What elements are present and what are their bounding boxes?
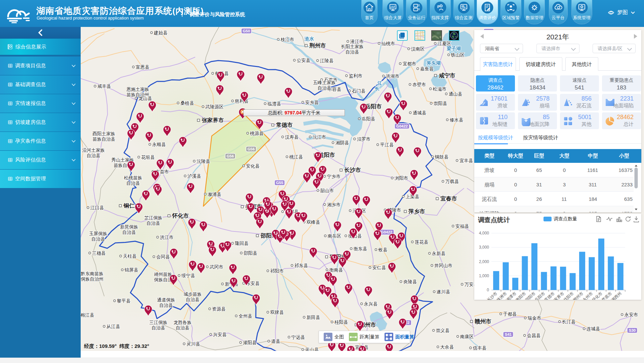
svg-text:井冈山市: 井冈山市 [434, 263, 452, 268]
svg-text:自治县: 自治县 [91, 237, 105, 242]
svg-text:自治县: 自治县 [152, 325, 165, 330]
svg-text:公安县: 公安县 [297, 58, 311, 63]
svg-text:自治县: 自治县 [126, 181, 140, 186]
svg-text:锦屏县: 锦屏县 [124, 267, 138, 273]
svg-text:荆州市: 荆州市 [309, 42, 326, 48]
svg-text:湘阴县: 湘阴县 [335, 140, 349, 145]
svg-text:张家界市: 张家界市 [202, 117, 224, 123]
svg-text:宜春市: 宜春市 [440, 195, 457, 202]
svg-text:2,000: 2,000 [479, 259, 489, 264]
svg-text:G0422: G0422 [396, 124, 408, 128]
svg-text:湘乡市: 湘乡市 [327, 202, 341, 207]
svg-text:全州县: 全州县 [239, 314, 252, 319]
svg-text:双牌县: 双牌县 [270, 310, 284, 315]
svg-text:信丰县: 信丰县 [473, 346, 487, 351]
svg-text:恩施土家族: 恩施土家族 [126, 87, 149, 92]
svg-text:洪湖市: 洪湖市 [386, 74, 400, 79]
svg-text:临澧县: 临澧县 [268, 101, 281, 106]
svg-text:榕江县: 榕江县 [81, 313, 94, 318]
svg-text:芷江侗族: 芷江侗族 [144, 215, 162, 220]
svg-text:咸丰县: 咸丰县 [97, 84, 111, 89]
svg-text:永顺县: 永顺县 [152, 142, 166, 147]
svg-text:宁乡市: 宁乡市 [327, 174, 341, 179]
svg-text:邵阳县: 邵阳县 [244, 251, 257, 256]
svg-text:遂川县: 遂川县 [437, 289, 450, 294]
svg-text:枝江市: 枝江市 [281, 37, 294, 42]
svg-text:平江县: 平江县 [380, 142, 394, 147]
svg-text:苗族自治县: 苗族自治县 [92, 137, 115, 142]
svg-text:三穗县: 三穗县 [92, 251, 106, 256]
svg-text:桑植县: 桑植县 [180, 101, 194, 106]
svg-text:靖州苗族: 靖州苗族 [154, 272, 172, 277]
svg-text:常德市: 常德市 [276, 122, 293, 128]
svg-text:永兴县: 永兴县 [364, 301, 378, 306]
svg-text:3,000: 3,000 [479, 245, 489, 250]
svg-text:铜仁: 铜仁 [123, 203, 135, 209]
svg-text:南岳区: 南岳区 [328, 233, 341, 239]
svg-text:祁东县: 祁东县 [294, 263, 308, 268]
svg-text:双峰县: 双峰县 [307, 220, 320, 225]
svg-text:赤壁市: 赤壁市 [412, 82, 426, 87]
svg-text:炎陵县: 炎陵县 [403, 279, 417, 284]
svg-text:宜都市: 宜都市 [403, 61, 416, 66]
svg-text:汉寿县: 汉寿县 [285, 135, 299, 140]
svg-text:长阳土家族: 长阳土家族 [341, 44, 364, 49]
svg-text:黎平县: 黎平县 [117, 298, 131, 303]
svg-text:莲花县: 莲花县 [415, 240, 429, 245]
svg-text:汉南区: 汉南区 [411, 46, 425, 51]
svg-text:蓝山县: 蓝山县 [305, 347, 319, 351]
svg-text:玉屏侗族: 玉屏侗族 [89, 231, 107, 236]
svg-text:宜丰县: 宜丰县 [459, 158, 473, 163]
svg-text:泸溪县: 泸溪县 [188, 174, 201, 179]
svg-text:于都县: 于都县 [503, 312, 517, 317]
svg-text:洈水: 洈水 [304, 36, 314, 41]
svg-text:崇阳县: 崇阳县 [434, 101, 447, 106]
svg-text:自治县: 自治县 [159, 303, 173, 308]
svg-text:酉阳土家族: 酉阳土家族 [92, 131, 115, 136]
svg-text:瑞金市: 瑞金市 [527, 316, 541, 321]
svg-text:兴安县: 兴安县 [213, 332, 227, 337]
svg-text:G0422: G0422 [381, 230, 393, 234]
svg-text:仙桃市: 仙桃市 [381, 41, 395, 46]
svg-text:武陵源区: 武陵源区 [205, 104, 224, 109]
svg-text:S41: S41 [505, 332, 512, 336]
svg-text:铁山区: 铁山区 [451, 52, 465, 58]
svg-text:资源县: 资源县 [212, 306, 226, 312]
svg-text:攸县: 攸县 [378, 247, 388, 252]
svg-text:三江侗族: 三江侗族 [149, 320, 167, 325]
svg-text:赣州市: 赣州市 [474, 318, 491, 324]
svg-text:南康区: 南康区 [460, 334, 474, 339]
svg-text:龙胜各族: 龙胜各族 [173, 320, 192, 325]
svg-text:会昌县: 会昌县 [527, 333, 541, 338]
svg-text:通城县: 通城县 [413, 110, 427, 115]
svg-text:崇义县: 崇义县 [436, 328, 450, 333]
svg-text:自治县: 自治县 [346, 49, 359, 55]
svg-text:桃源县: 桃源县 [250, 131, 264, 136]
svg-text:岳阳县: 岳阳县 [362, 116, 375, 121]
svg-text:江陵县: 江陵县 [320, 58, 334, 63]
svg-text:江: 江 [377, 80, 382, 86]
svg-text:溆浦县: 溆浦县 [208, 192, 222, 197]
svg-text:S30: S30 [629, 328, 636, 332]
svg-text:桂阳县: 桂阳县 [334, 320, 348, 325]
svg-text:石门县: 石门县 [352, 88, 366, 94]
svg-text:沿河土家族: 沿河土家族 [82, 148, 105, 153]
svg-text:自治县: 自治县 [147, 221, 160, 226]
svg-text:1,000: 1,000 [479, 274, 489, 278]
svg-text:连城县: 连城县 [587, 326, 600, 331]
svg-text:自治县: 自治县 [318, 85, 331, 90]
svg-text:通山县: 通山县 [449, 92, 462, 97]
svg-text:G56: G56 [247, 147, 255, 151]
svg-text:衡东县: 衡东县 [354, 246, 367, 251]
svg-text:韶山市: 韶山市 [320, 188, 334, 193]
svg-text:汨罗市: 汨罗市 [357, 137, 371, 142]
svg-text:安仁县: 安仁县 [372, 265, 386, 270]
svg-text:隆回县: 隆回县 [235, 241, 249, 246]
svg-text:城步苗族: 城步苗族 [183, 292, 202, 297]
svg-text:长沙市: 长沙市 [344, 167, 361, 173]
svg-text:G55: G55 [276, 181, 283, 185]
svg-text:黔东南苗族: 黔东南苗族 [81, 271, 104, 276]
svg-text:道县: 道县 [271, 339, 281, 344]
svg-text:G56: G56 [227, 154, 234, 158]
svg-text:宁远县: 宁远县 [291, 335, 305, 340]
